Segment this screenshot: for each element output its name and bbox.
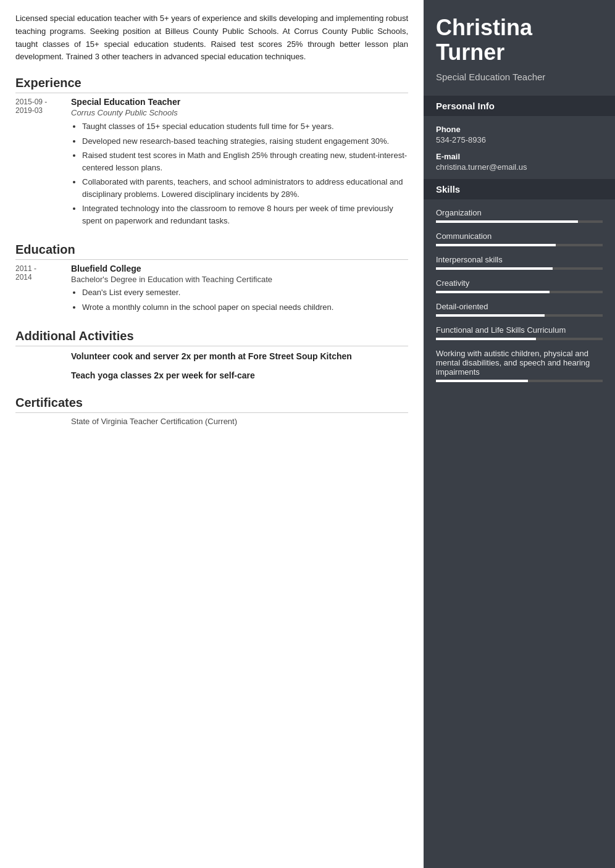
skill-bar-bg-3: [436, 291, 603, 293]
skill-item-6: Working with autistic children, physical…: [436, 349, 603, 382]
personal-info-section-title: Personal Info: [424, 96, 615, 116]
skill-name-3: Creativity: [436, 278, 603, 288]
right-panel: Christina Turner Special Education Teach…: [424, 0, 615, 868]
left-panel: Licensed special education teacher with …: [0, 0, 424, 868]
education-entry: 2011 - 2014 Bluefield College Bachelor's…: [15, 264, 408, 315]
skill-item-1: Communication: [436, 232, 603, 246]
skill-bar-bg-0: [436, 220, 603, 223]
additional-title: Additional Activities: [15, 329, 408, 346]
bullet-3: Raised student test scores in Math and E…: [82, 149, 408, 173]
email-value: christina.turner@email.us: [436, 162, 603, 172]
experience-entry: 2015-09 - 2019-03 Special Education Teac…: [15, 97, 408, 229]
experience-company: Corrus County Public Schools: [71, 108, 408, 117]
skill-name-2: Interpersonal skills: [436, 255, 603, 264]
candidate-name: Christina Turner: [436, 15, 603, 64]
education-section: Education 2011 - 2014 Bluefield College …: [15, 243, 408, 315]
skill-bar-bg-5: [436, 338, 603, 340]
summary-text: Licensed special education teacher with …: [15, 12, 408, 64]
certificates-title: Certificates: [15, 396, 408, 413]
email-label: E-mail: [436, 152, 603, 161]
skills-section-title: Skills: [424, 179, 615, 199]
additional-item-2: Teach yoga classes 2x per week for self-…: [71, 369, 408, 382]
education-degree: Bachelor's Degree in Education with Teac…: [71, 275, 408, 284]
skill-item-4: Detail-oriented: [436, 302, 603, 317]
education-title: Education: [15, 243, 408, 260]
experience-bullets: Taught classes of 15+ special education …: [71, 120, 408, 227]
certificate-item-1: State of Virginia Teacher Certification …: [71, 417, 408, 426]
skill-bar-bg-2: [436, 267, 603, 270]
skill-bar-fill-4: [436, 314, 545, 317]
certificates-section: Certificates State of Virginia Teacher C…: [15, 396, 408, 426]
education-bullets: Dean's List every semester. Wrote a mont…: [71, 286, 408, 313]
skill-item-0: Organization: [436, 208, 603, 223]
edu-bullet-1: Dean's List every semester.: [82, 286, 408, 299]
skill-name-1: Communication: [436, 232, 603, 241]
education-date: 2011 - 2014: [15, 264, 71, 315]
additional-section: Additional Activities Volunteer cook and…: [15, 329, 408, 382]
skill-bar-fill-6: [436, 380, 528, 382]
skill-name-6: Working with autistic children, physical…: [436, 349, 603, 377]
bullet-5: Integrated technology into the classroom…: [82, 202, 408, 227]
experience-content: Special Education Teacher Corrus County …: [71, 97, 408, 229]
phone-value: 534-275-8936: [436, 135, 603, 144]
phone-info: Phone 534-275-8936: [436, 125, 603, 144]
skill-bar-fill-2: [436, 267, 553, 270]
experience-section: Experience 2015-09 - 2019-03 Special Edu…: [15, 76, 408, 229]
skill-bar-bg-6: [436, 380, 603, 382]
skill-bar-fill-1: [436, 244, 556, 246]
experience-title: Experience: [15, 76, 408, 93]
edu-bullet-2: Wrote a monthly column in the school pap…: [82, 301, 408, 314]
skill-item-5: Functional and Life Skills Curriculum: [436, 325, 603, 340]
bullet-2: Developed new research-based teaching st…: [82, 135, 408, 148]
skill-name-5: Functional and Life Skills Curriculum: [436, 325, 603, 335]
bullet-1: Taught classes of 15+ special education …: [82, 120, 408, 133]
skill-item-3: Creativity: [436, 278, 603, 293]
experience-date: 2015-09 - 2019-03: [15, 97, 71, 229]
education-content: Bluefield College Bachelor's Degree in E…: [71, 264, 408, 315]
experience-job-title: Special Education Teacher: [71, 97, 408, 107]
skills-container: Organization Communication Interpersonal…: [436, 208, 603, 382]
skill-name-4: Detail-oriented: [436, 302, 603, 311]
skill-bar-bg-1: [436, 244, 603, 246]
bullet-4: Collaborated with parents, teachers, and…: [82, 176, 408, 200]
skill-bar-fill-3: [436, 291, 550, 293]
skill-bar-bg-4: [436, 314, 603, 317]
candidate-title: Special Education Teacher: [436, 70, 603, 83]
skill-name-0: Organization: [436, 208, 603, 217]
education-school: Bluefield College: [71, 264, 408, 273]
additional-item-1: Volunteer cook and server 2x per month a…: [71, 350, 408, 363]
phone-label: Phone: [436, 125, 603, 134]
skill-bar-fill-5: [436, 338, 536, 340]
skill-item-2: Interpersonal skills: [436, 255, 603, 270]
email-info: E-mail christina.turner@email.us: [436, 152, 603, 172]
skill-bar-fill-0: [436, 220, 578, 223]
